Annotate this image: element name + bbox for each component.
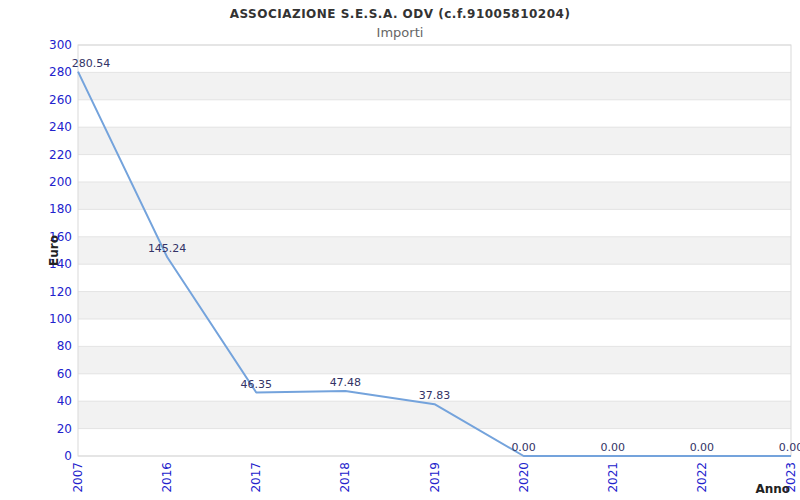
data-point-label: 46.35 (241, 378, 273, 391)
data-point-label: 0.00 (779, 441, 800, 454)
x-tick-label: 2019 (428, 462, 442, 493)
y-tick-label: 60 (57, 367, 72, 381)
data-point-label: 280.54 (72, 57, 111, 70)
x-tick-label: 2007 (71, 462, 85, 493)
y-tick-label: 40 (57, 394, 72, 408)
y-axis-title: Euro (47, 235, 61, 266)
x-axis-title: Anno (755, 482, 790, 496)
x-tick-label: 2017 (249, 462, 263, 493)
y-tick-label: 300 (49, 38, 72, 52)
y-tick-label: 180 (49, 202, 72, 216)
y-tick-label: 260 (49, 93, 72, 107)
data-point-label: 47.48 (330, 376, 362, 389)
x-tick-label: 2021 (606, 462, 620, 493)
y-tick-label: 20 (57, 422, 72, 436)
y-tick-label: 200 (49, 175, 72, 189)
x-tick-label: 2022 (695, 462, 709, 493)
x-tick-label: 2018 (338, 462, 352, 493)
y-tick-label: 0 (64, 449, 72, 463)
chart-container: ASSOCIAZIONE S.E.S.A. ODV (c.f.910058102… (0, 0, 800, 500)
data-point-label: 37.83 (419, 389, 451, 402)
line-chart: 0204060801001201401601802002202402602803… (0, 0, 800, 500)
y-tick-label: 120 (49, 285, 72, 299)
plot-band (78, 346, 791, 373)
data-point-label: 0.00 (690, 441, 715, 454)
y-tick-label: 240 (49, 120, 72, 134)
data-point-label: 0.00 (511, 441, 536, 454)
data-point-label: 0.00 (601, 441, 626, 454)
y-tick-label: 80 (57, 339, 72, 353)
y-tick-label: 100 (49, 312, 72, 326)
y-tick-label: 220 (49, 148, 72, 162)
plot-band (78, 72, 791, 99)
plot-band (78, 127, 791, 154)
plot-band (78, 292, 791, 319)
data-point-label: 145.24 (148, 242, 187, 255)
x-tick-label: 2016 (160, 462, 174, 493)
y-tick-label: 280 (49, 65, 72, 79)
plot-band (78, 182, 791, 209)
x-tick-label: 2020 (517, 462, 531, 493)
